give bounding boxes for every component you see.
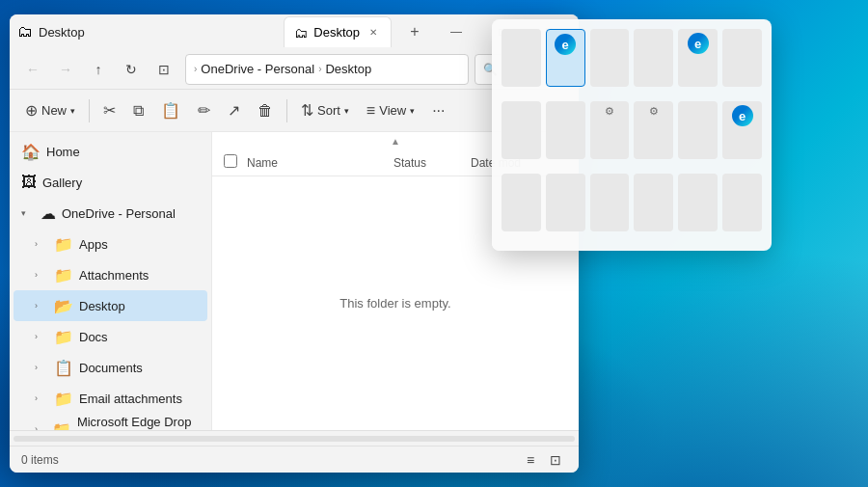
snap-cell-10-content: ⚙ [649, 105, 659, 118]
docs-folder-icon: 📁 [54, 328, 73, 346]
snap-cell-16[interactable] [634, 174, 673, 231]
sidebar-item-home[interactable]: 🏠 Home [14, 136, 207, 167]
cmd-separator-1 [89, 99, 90, 122]
tab-folder-icon: 🗂 [294, 25, 308, 41]
sort-button[interactable]: ⇅ Sort ▾ [293, 95, 357, 126]
list-view-button[interactable]: ≡ [519, 448, 542, 472]
breadcrumb-desktop[interactable]: Desktop [325, 62, 371, 76]
rename-button[interactable]: ✏ [190, 95, 218, 126]
view-label: View [379, 103, 406, 118]
edge-logo-1: e [555, 34, 576, 55]
sidebar-item-edge-drop[interactable]: › 📁 Microsoft Edge Drop Files [14, 414, 207, 430]
snap-cell-2[interactable]: e [546, 29, 585, 87]
horizontal-scrollbar[interactable] [10, 430, 579, 446]
item-count: 0 items [21, 453, 59, 467]
paste-button[interactable]: 📋 [153, 95, 188, 126]
grid-view-button[interactable]: ⊡ [544, 448, 567, 472]
gallery-icon: 🖼 [21, 174, 37, 191]
snap-cell-5-content: e [688, 33, 709, 54]
sort-arrow-icon: ▲ [391, 136, 400, 147]
snap-cell-12-content: e [732, 105, 753, 126]
sidebar-item-apps[interactable]: › 📁 Apps [14, 229, 207, 259]
apps-chevron-icon: › [35, 239, 48, 249]
email-label: Email attachments [79, 392, 182, 406]
attachments-chevron-icon: › [35, 270, 48, 280]
email-chevron-icon: › [35, 393, 48, 403]
snap-cell-9[interactable]: ⚙ [590, 101, 630, 159]
snap-cell-4[interactable] [634, 29, 673, 87]
apps-folder-icon: 📁 [54, 235, 73, 254]
snap-cell-8[interactable] [546, 101, 585, 159]
share-button[interactable]: ↗ [220, 95, 248, 126]
forward-button[interactable]: → [50, 54, 81, 85]
onedrive-icon: ☁ [41, 204, 56, 223]
address-bar[interactable]: › OneDrive - Personal › Desktop [185, 54, 469, 85]
documents-chevron-icon: › [35, 363, 48, 372]
sidebar: 🏠 Home 🖼 Gallery ▾ ☁ OneDrive - Personal… [10, 132, 212, 430]
minimize-button[interactable]: — [434, 14, 478, 49]
sidebar-item-onedrive[interactable]: ▾ ☁ OneDrive - Personal [14, 198, 207, 229]
snap-cell-18[interactable] [722, 174, 762, 231]
copy-button[interactable]: ⧉ [125, 95, 151, 126]
scrollbar-track[interactable] [14, 436, 575, 442]
select-all-checkbox[interactable] [224, 154, 237, 168]
sidebar-item-email-attachments[interactable]: › 📁 Email attachments [14, 383, 207, 414]
snap-cell-10[interactable]: ⚙ [634, 101, 673, 159]
column-name-header: Name [247, 156, 393, 170]
delete-button[interactable]: 🗑 [250, 95, 281, 126]
snap-cell-12[interactable]: e [722, 101, 762, 159]
apps-label: Apps [79, 237, 108, 252]
email-folder-icon: 📁 [54, 390, 73, 408]
snap-cell-11[interactable] [678, 101, 718, 159]
sidebar-item-gallery[interactable]: 🖼 Gallery [14, 167, 207, 198]
view-toggle-buttons: ≡ ⊡ [519, 448, 567, 472]
header-checkbox[interactable] [224, 154, 243, 171]
snap-cell-3[interactable] [590, 29, 630, 87]
snap-cell-2-content: e [555, 34, 576, 55]
new-button[interactable]: ⊕ New ▾ [17, 95, 83, 126]
snap-cell-5[interactable]: e [678, 29, 718, 87]
paste-icon: 📋 [161, 101, 180, 120]
docs-chevron-icon: › [35, 332, 48, 341]
snap-cell-15[interactable] [590, 174, 630, 231]
share-icon: ↗ [228, 101, 240, 120]
sidebar-item-desktop[interactable]: › 📂 Desktop [14, 290, 207, 321]
snap-cell-13[interactable] [502, 174, 541, 231]
copy-icon: ⧉ [133, 102, 144, 120]
sort-chevron-icon: ▾ [344, 106, 349, 116]
onedrive-label: OneDrive - Personal [62, 206, 176, 221]
add-tab-button[interactable]: + [401, 18, 428, 45]
up-button[interactable]: ↑ [83, 54, 114, 85]
tab-desktop[interactable]: 🗂 Desktop ✕ [284, 16, 392, 47]
new-icon: ⊕ [25, 101, 38, 120]
sidebar-item-documents[interactable]: › 📋 Documents [14, 352, 207, 383]
sort-label: Sort [317, 103, 340, 118]
snap-popup: e e ⚙ ⚙ e [492, 19, 772, 251]
docs-label: Docs [79, 330, 108, 344]
view-toggle-button[interactable]: ⊡ [149, 54, 179, 85]
snap-cell-17[interactable] [678, 174, 718, 231]
edge-logo-3: e [732, 105, 753, 126]
attachments-label: Attachments [79, 268, 149, 283]
attachments-folder-icon: 📁 [54, 266, 73, 284]
back-button[interactable]: ← [17, 54, 48, 85]
snap-cell-14[interactable] [546, 174, 585, 231]
gallery-label: Gallery [42, 176, 82, 190]
sidebar-item-docs[interactable]: › 📁 Docs [14, 321, 207, 352]
desktop-chevron-icon: › [35, 301, 48, 311]
view-button[interactable]: ≡ View ▾ [359, 95, 422, 126]
cut-button[interactable]: ✂ [95, 95, 123, 126]
tab-close-icon[interactable]: ✕ [366, 25, 381, 41]
gear-icon-1: ⚙ [605, 105, 614, 118]
edge-logo-2: e [688, 33, 709, 54]
refresh-button[interactable]: ↻ [116, 54, 147, 85]
sidebar-item-attachments[interactable]: › 📁 Attachments [14, 259, 207, 290]
breadcrumb-onedrive[interactable]: OneDrive - Personal [201, 62, 314, 76]
status-bar: 0 items ≡ ⊡ [10, 446, 579, 473]
snap-cell-1[interactable] [502, 29, 541, 87]
snap-cell-7[interactable] [502, 101, 541, 159]
view-icon: ≡ [366, 102, 375, 120]
snap-cell-6[interactable] [722, 29, 762, 87]
documents-folder-icon: 📋 [54, 359, 73, 377]
more-button[interactable]: ··· [424, 95, 452, 126]
